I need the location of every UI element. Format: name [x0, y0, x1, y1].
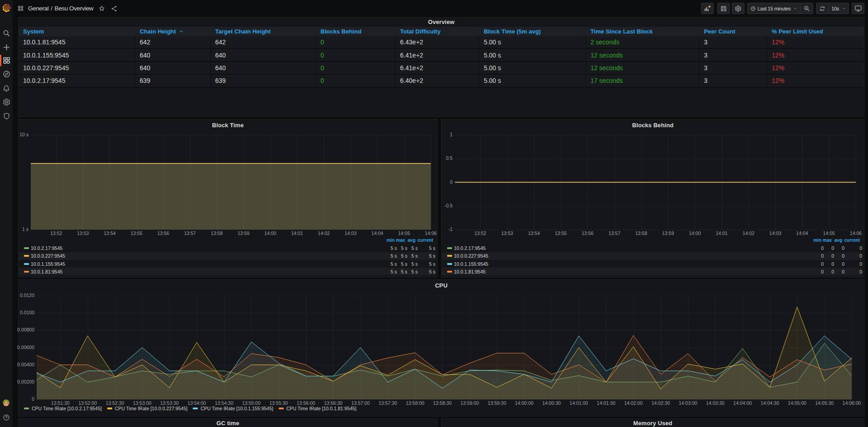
- breadcrumb-title[interactable]: Besu Overview: [55, 5, 94, 12]
- share-icon[interactable]: [110, 5, 118, 12]
- legend-series-name[interactable]: 10.0.0.227:9545: [454, 253, 488, 259]
- add-panel-button[interactable]: [701, 3, 714, 14]
- column-header-target_chain_height[interactable]: Target Chain Height: [211, 27, 316, 36]
- star-icon[interactable]: [98, 5, 105, 12]
- column-header-system[interactable]: System: [19, 27, 135, 36]
- cell-blocks_behind: 0: [316, 49, 396, 61]
- legend-stat-current[interactable]: current: [415, 238, 433, 243]
- time-range-picker[interactable]: Last 15 minutes: [747, 3, 801, 14]
- legend-series-name: CPU Time IRate [10.0.2.17:9545]: [32, 406, 102, 411]
- user-avatar[interactable]: [3, 399, 10, 406]
- cell-peer_limit_used: 12%: [767, 36, 864, 48]
- cell-time_since_last_block: 17 seconds: [586, 75, 700, 86]
- y-axis-label: 1: [450, 132, 453, 137]
- legend-series-name[interactable]: 10.0.2.17:9545: [454, 245, 486, 251]
- legend-series-name[interactable]: 10.0.0.227:9545: [31, 253, 65, 259]
- zoom-out-button[interactable]: [801, 3, 813, 14]
- legend-stat-avg[interactable]: avg: [405, 238, 415, 243]
- save-dashboard-button[interactable]: [717, 3, 730, 14]
- server-admin-shield-icon[interactable]: [0, 109, 13, 123]
- dashboards-icon[interactable]: [0, 53, 13, 67]
- legend-series-name[interactable]: 10.0.1.155:9545: [31, 261, 65, 267]
- legend-value: 5 s: [407, 269, 418, 274]
- breadcrumb-section[interactable]: General: [28, 5, 48, 12]
- legend-value: 5 s: [418, 261, 435, 267]
- cell-peer_limit_used: 12%: [767, 62, 864, 74]
- legend-series-name[interactable]: 10.0.1.155:9545: [454, 261, 488, 267]
- cell-block_time: 5.00 s: [479, 75, 586, 86]
- refresh-interval-picker[interactable]: 10s: [829, 3, 849, 14]
- x-axis-label: 13:54: [104, 230, 115, 236]
- legend-stat-min[interactable]: min: [384, 238, 395, 243]
- panel-title-memory-used[interactable]: Memory Used: [442, 419, 864, 427]
- legend-series-swatch[interactable]: [447, 271, 452, 273]
- x-axis-label: 13:57:00: [351, 400, 370, 406]
- cell-peer_limit_used: 12%: [767, 75, 864, 86]
- legend-row: 10.0.1.155:95450000: [442, 260, 862, 268]
- panel-title-overview[interactable]: Overview: [19, 18, 864, 26]
- refresh-button[interactable]: [816, 3, 829, 14]
- legend-value: 5 s: [386, 261, 397, 267]
- grafana-logo[interactable]: [1, 3, 12, 13]
- cell-peer_count: 3: [699, 49, 767, 61]
- legend-series-swatch[interactable]: [447, 255, 452, 257]
- legend-value: 5 s: [397, 253, 407, 259]
- legend-value: 5 s: [397, 269, 407, 274]
- x-axis-label: 14:03:00: [679, 400, 697, 406]
- alerting-bell-icon[interactable]: [0, 81, 13, 95]
- legend-series-name[interactable]: 10.0.1.81:9545: [31, 269, 62, 274]
- legend-series-swatch[interactable]: [447, 247, 452, 249]
- legend-inline: CPU Time IRate [10.0.2.17:9545]CPU Time …: [24, 406, 356, 411]
- x-axis-label: 14:00: [264, 230, 276, 236]
- legend-series-swatch[interactable]: [24, 263, 29, 265]
- column-header-peer_limit_used[interactable]: % Peer Limit Used: [767, 27, 864, 36]
- column-header-peer_count[interactable]: Peer Count: [699, 27, 767, 36]
- legend-series-swatch: [24, 408, 29, 409]
- legend-series-swatch[interactable]: [24, 247, 29, 249]
- legend-value: 5 s: [386, 253, 397, 259]
- legend-value: 5 s: [407, 253, 418, 259]
- legend-stat-avg[interactable]: avg: [832, 238, 842, 243]
- panel-title-gc-time[interactable]: GC time: [19, 419, 437, 427]
- cell-target_chain_height: 639: [211, 75, 316, 86]
- column-header-total_difficulty[interactable]: Total Difficulty: [396, 27, 479, 36]
- legend-series-swatch[interactable]: [24, 255, 29, 257]
- legend-header-row: minmaxavgcurrent: [19, 236, 435, 244]
- x-axis-label: 14:01:00: [570, 400, 588, 406]
- configuration-gear-icon[interactable]: [0, 95, 13, 109]
- legend-value: 0: [834, 245, 844, 251]
- dashboard-settings-button[interactable]: [732, 3, 744, 14]
- time-range-label: Last 15 minutes: [758, 6, 791, 11]
- legend-series-name[interactable]: 10.0.1.81:9545: [454, 269, 486, 274]
- panel-cpu: CPU 00.002000.004000.006000.008000.01000…: [18, 279, 864, 417]
- graph-cpu[interactable]: [19, 280, 864, 416]
- legend-item[interactable]: CPU Time IRate [10.0.1.81:9545]: [279, 406, 357, 411]
- legend-item[interactable]: CPU Time IRate [10.0.1.155:9545]: [193, 406, 273, 411]
- legend-item[interactable]: CPU Time IRate [10.0.0.227:9545]: [107, 406, 188, 411]
- legend-stat-current[interactable]: current: [842, 238, 860, 243]
- legend-value: 5 s: [397, 245, 407, 251]
- legend-series-name: CPU Time IRate [10.0.1.81:9545]: [286, 406, 357, 411]
- navbar: General / Besu Overview: [13, 0, 868, 17]
- column-header-blocks_behind[interactable]: Blocks Behind: [316, 27, 396, 36]
- legend-series-swatch[interactable]: [24, 271, 29, 273]
- column-header-block_time[interactable]: Block Time (5m avg): [479, 27, 586, 36]
- column-header-time_since_last_block[interactable]: Time Since Last Block: [586, 27, 700, 36]
- legend-series-swatch[interactable]: [447, 263, 452, 265]
- x-axis-label: 13:55: [130, 230, 142, 236]
- search-icon[interactable]: [0, 26, 13, 40]
- legend-value: 0: [844, 253, 862, 259]
- table-row: 10.0.1.155:954564064006.41e+25.00 s12 se…: [19, 49, 864, 62]
- cycle-view-mode-button[interactable]: [852, 3, 864, 14]
- legend-item[interactable]: CPU Time IRate [10.0.2.17:9545]: [24, 406, 102, 411]
- legend-stat-min[interactable]: min: [811, 238, 821, 243]
- explore-compass-icon[interactable]: [0, 67, 13, 81]
- column-header-chain_height[interactable]: Chain Height: [135, 27, 211, 36]
- add-icon[interactable]: [0, 40, 13, 54]
- help-icon[interactable]: [0, 410, 13, 424]
- legend-stat-max[interactable]: max: [395, 238, 405, 243]
- x-axis-label: 13:56:00: [297, 400, 315, 406]
- legend-series-name[interactable]: 10.0.2.17:9545: [31, 245, 62, 251]
- table-row: 10.0.2.17:954563963906.40e+25.00 s17 sec…: [19, 75, 864, 87]
- legend-stat-max[interactable]: max: [821, 238, 832, 243]
